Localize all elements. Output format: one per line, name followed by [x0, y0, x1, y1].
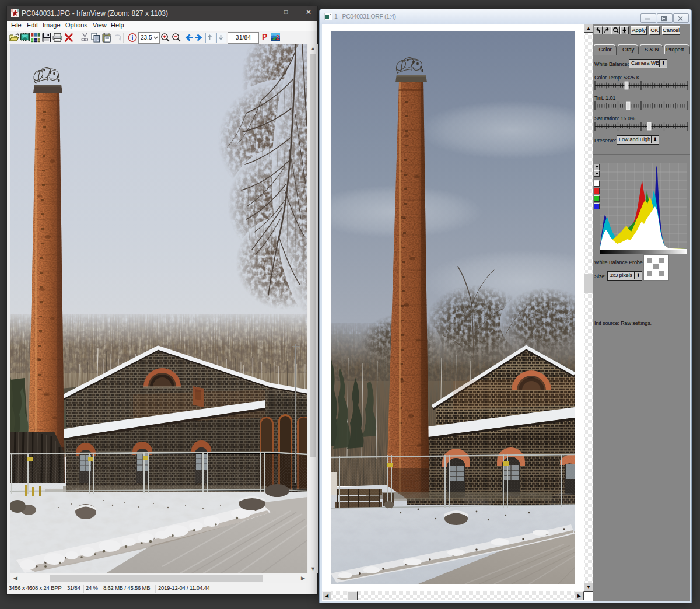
svg-text:2: 2 [276, 34, 279, 41]
